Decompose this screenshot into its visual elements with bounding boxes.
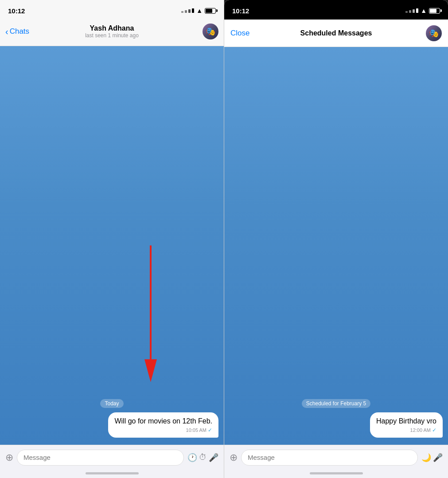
right-status-time: 10:12 xyxy=(232,7,249,15)
right-status-icons: ▲ xyxy=(405,7,440,14)
right-contact-avatar[interactable]: 🎭 xyxy=(426,25,442,41)
attachment-icon[interactable]: ⊕ xyxy=(5,452,13,463)
right-input-bar: ⊕ 🌙 🎤 xyxy=(224,445,448,470)
right-attachment-icon[interactable]: ⊕ xyxy=(230,452,238,463)
left-message-input[interactable] xyxy=(17,450,184,466)
avatar-image: 🎭 xyxy=(203,24,218,39)
scheduled-badge: Scheduled for February 5 xyxy=(302,399,370,408)
message-text-1: Will go for movies on 12th Feb. xyxy=(114,417,212,426)
right-moon-icon[interactable]: 🌙 xyxy=(421,453,431,462)
right-extra-icons: 🌙 🎤 xyxy=(421,453,443,462)
right-bottom-area xyxy=(224,470,448,478)
left-extra-icons: 🕐 ⏱ 🎤 xyxy=(187,453,218,462)
left-status-icons: ▲ xyxy=(181,7,216,14)
scheduled-message-meta: 12:00 AM ✓ xyxy=(376,427,436,433)
left-nav-bar: ‹ Chats Yash Adhana last seen 1 minute a… xyxy=(0,20,224,46)
close-button[interactable]: Close xyxy=(230,29,249,38)
right-avatar-image: 🎭 xyxy=(426,25,442,41)
left-status-bar: 10:12 ▲ xyxy=(0,0,224,20)
red-arrow-annotation xyxy=(0,46,224,445)
left-bottom-area xyxy=(0,470,224,478)
timer-icon[interactable]: ⏱ xyxy=(199,453,207,462)
scheduled-message-text: Happy Birthday vro xyxy=(376,417,436,426)
microphone-icon[interactable]: 🎤 xyxy=(209,453,218,462)
nav-center-info: Yash Adhana last seen 1 minute ago xyxy=(85,24,139,39)
right-wifi-icon: ▲ xyxy=(421,7,427,14)
right-chat-area: Scheduled for February 5 Happy Birthday … xyxy=(224,47,448,445)
scheduled-message-check: ✓ xyxy=(432,427,436,433)
schedule-icon[interactable]: 🕐 xyxy=(187,453,197,462)
right-microphone-icon[interactable]: 🎤 xyxy=(433,453,443,462)
message-time-1: 10:05 AM xyxy=(186,427,206,433)
back-button[interactable]: ‹ Chats xyxy=(5,27,29,36)
message-check-1: ✓ xyxy=(208,427,212,433)
battery-icon xyxy=(205,8,216,14)
right-message-list: Scheduled for February 5 Happy Birthday … xyxy=(224,396,448,441)
right-status-bar: 10:12 ▲ xyxy=(224,0,448,20)
scheduled-message-bubble[interactable]: Happy Birthday vro 12:00 AM ✓ xyxy=(370,412,443,438)
scheduled-messages-title: Scheduled Messages xyxy=(300,29,372,37)
scheduled-message-time: 12:00 AM xyxy=(410,427,431,433)
left-chat-area: Today Will go for movies on 12th Feb. 10… xyxy=(0,46,224,445)
left-message-list: Today Will go for movies on 12th Feb. 10… xyxy=(0,396,224,441)
chevron-left-icon: ‹ xyxy=(5,27,8,36)
right-message-input[interactable] xyxy=(241,450,418,466)
left-phone-panel: 10:12 ▲ ‹ Chats Yash Adhana last seen 1 … xyxy=(0,0,224,478)
right-home-indicator xyxy=(310,472,363,474)
right-phone-panel: 10:12 ▲ Close Scheduled Messages xyxy=(224,0,448,478)
date-badge: Today xyxy=(100,399,123,408)
message-meta-1: 10:05 AM ✓ xyxy=(114,427,212,433)
last-seen-status: last seen 1 minute ago xyxy=(85,32,139,39)
left-status-time: 10:12 xyxy=(8,7,25,15)
left-home-indicator xyxy=(86,472,139,474)
contact-avatar[interactable]: 🎭 xyxy=(203,24,218,39)
signal-icon xyxy=(181,8,194,13)
right-panel-wrapper: 10:12 ▲ Close Scheduled Messages xyxy=(224,0,448,478)
right-signal-icon xyxy=(405,8,418,13)
right-nav-bar: Close Scheduled Messages 🎭 xyxy=(224,20,448,47)
left-input-bar: ⊕ 🕐 ⏱ 🎤 xyxy=(0,445,224,470)
right-content: Close Scheduled Messages 🎭 Scheduled for… xyxy=(224,20,448,478)
right-battery-icon xyxy=(429,8,440,14)
message-bubble-1[interactable]: Will go for movies on 12th Feb. 10:05 AM… xyxy=(108,412,218,438)
back-label[interactable]: Chats xyxy=(10,27,29,36)
wifi-icon: ▲ xyxy=(196,7,203,14)
contact-name: Yash Adhana xyxy=(85,24,139,32)
